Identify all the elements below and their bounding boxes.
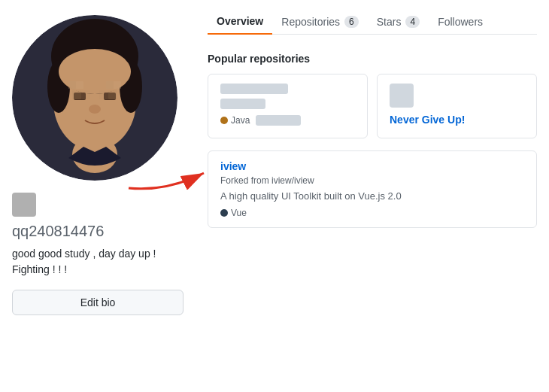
svg-rect-17: [106, 81, 114, 89]
iview-forked-label: Forked from iview/iview: [220, 175, 524, 186]
iview-description: A high quality UI Toolkit built on Vue.j…: [220, 190, 524, 202]
repo-card-1-title-row: [220, 84, 355, 109]
blurred-repo-name-2: [220, 99, 265, 109]
username: qq240814476: [12, 223, 104, 240]
svg-rect-14: [99, 90, 108, 99]
popular-repos-section: Popular repositories Java: [208, 53, 537, 228]
repo-card-2-title: Never Give Up!: [390, 114, 524, 126]
repo-cards-grid: Java Never Give Up!: [208, 74, 537, 138]
iview-lang: Vue: [220, 208, 524, 218]
tab-stars[interactable]: Stars 4: [368, 9, 429, 34]
stars-count-badge: 4: [405, 16, 420, 28]
svg-point-10: [89, 105, 101, 114]
svg-rect-11: [72, 90, 81, 99]
svg-rect-18: [114, 81, 121, 89]
tab-repositories[interactable]: Repositories 6: [272, 9, 368, 34]
svg-rect-16: [76, 81, 83, 89]
svg-rect-12: [81, 90, 90, 99]
java-lang-dot: [220, 117, 228, 124]
iview-title[interactable]: iview: [220, 160, 524, 172]
svg-rect-13: [108, 90, 117, 99]
tab-overview[interactable]: Overview: [208, 9, 272, 35]
repo-card-2: Never Give Up!: [377, 74, 537, 138]
mini-avatar: [12, 193, 36, 217]
repo-card-1: Java: [208, 74, 368, 138]
blurred-stars: [256, 115, 301, 126]
tabs-nav: Overview Repositories 6 Stars 4 Follower…: [208, 0, 537, 35]
repo-card-2-icon-row: [390, 84, 524, 108]
iview-card-container: iview Forked from iview/iview A high qua…: [208, 150, 537, 228]
sidebar: qq240814476 good good study , day day up…: [0, 0, 196, 392]
tab-followers[interactable]: Followers: [429, 9, 492, 34]
bio: good good study , day day up ! Fighting …: [12, 246, 156, 278]
repo-card-1-lang: Java: [220, 115, 355, 126]
main-content: Overview Repositories 6 Stars 4 Follower…: [196, 0, 549, 392]
blurred-repo-icon: [390, 84, 414, 108]
iview-card: iview Forked from iview/iview A high qua…: [208, 150, 537, 228]
svg-rect-15: [68, 81, 76, 89]
repositories-count-badge: 6: [344, 16, 359, 28]
edit-bio-button[interactable]: Edit bio: [12, 290, 184, 315]
red-arrow-annotation: [121, 158, 211, 196]
blurred-repo-name: [220, 84, 288, 94]
section-title: Popular repositories: [208, 53, 537, 65]
vue-lang-dot: [220, 209, 228, 217]
avatar: [12, 15, 177, 181]
